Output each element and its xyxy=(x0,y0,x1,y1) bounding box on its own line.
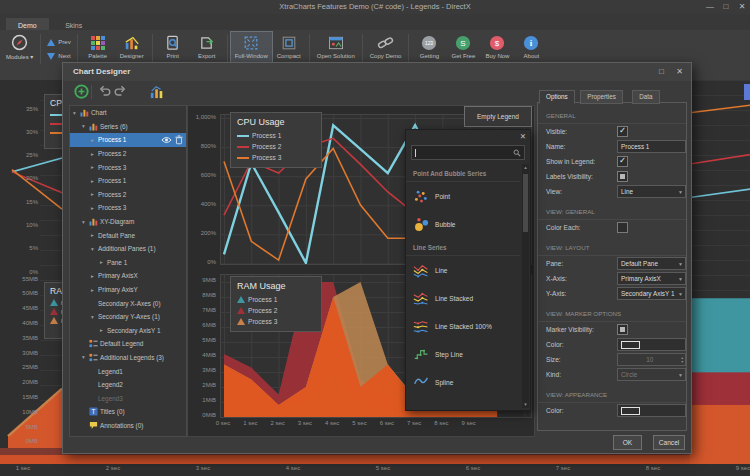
expand-icon[interactable]: ▸ xyxy=(91,232,98,238)
tree-item-process-1[interactable]: ▸Process 1 xyxy=(70,133,186,147)
y-axis-select[interactable]: Secondary AxisY 1▼ xyxy=(617,287,686,300)
chart-type-button[interactable] xyxy=(149,84,165,99)
ribbon-button-palette[interactable]: Palette xyxy=(81,32,115,66)
collapse-icon[interactable]: ▾ xyxy=(82,219,89,225)
tree-item-additional-panes-1[interactable]: ▾Additional Panes (1) xyxy=(70,242,186,256)
collapse-icon[interactable]: ▾ xyxy=(73,110,80,116)
tree-item-process-3[interactable]: ▸Process 3 xyxy=(70,201,186,215)
tree-item-annotations-0[interactable]: Annotations (0) xyxy=(70,419,186,433)
tree-item-primary-axisy[interactable]: ▸Primary AxisY xyxy=(70,283,186,297)
scroll-up-icon[interactable]: ▲ xyxy=(522,165,529,170)
expand-icon[interactable]: ▸ xyxy=(91,137,98,143)
ribbon-button-next[interactable]: Next xyxy=(44,49,73,63)
color-each-checkbox[interactable] xyxy=(617,222,628,233)
popup-close-icon[interactable]: ✕ xyxy=(520,132,526,141)
series-type-point[interactable]: Point xyxy=(406,182,520,210)
popup-scrollbar[interactable]: ▲ ▼ xyxy=(522,164,529,408)
ribbon-button-prev[interactable]: Prev xyxy=(44,35,73,49)
tree-item-process-2[interactable]: ▸Process 2 xyxy=(70,188,186,202)
collapse-icon[interactable]: ▾ xyxy=(82,354,89,360)
expand-icon[interactable]: ▸ xyxy=(100,327,107,333)
empty-legend-button[interactable]: Empty Legend xyxy=(464,106,532,127)
tree-item-xy-diagram[interactable]: ▾XY-Diagram xyxy=(70,215,186,229)
view-select[interactable]: Line▼ xyxy=(617,185,686,198)
visible-checkbox[interactable] xyxy=(617,126,628,137)
tree-item-process-2[interactable]: ▸Process 2 xyxy=(70,147,186,161)
tree-item-process-3[interactable]: ▸Process 3 xyxy=(70,160,186,174)
expand-icon[interactable]: ▸ xyxy=(91,273,98,279)
ribbon-button-export[interactable]: Export xyxy=(190,32,224,66)
ribbon-button-copy-demo[interactable]: Copy Demo xyxy=(366,32,406,66)
tree-item-default-legend[interactable]: Default Legend xyxy=(70,337,186,351)
tree-item-titles-0[interactable]: TTitles (0) xyxy=(70,405,186,419)
popup-search-input[interactable] xyxy=(411,145,525,160)
cpu-usage-legend[interactable]: CPU Usage Process 1Process 2Process 3 xyxy=(230,112,322,168)
tab-properties[interactable]: Properties xyxy=(580,90,623,104)
ribbon-button-get-free[interactable]: SGet Free xyxy=(446,32,480,66)
ribbon-button-modules[interactable]: Modules ▾ xyxy=(2,32,37,66)
ribbon-button-full-window[interactable]: Full-Window xyxy=(231,32,272,66)
ribbon-button-open-solution[interactable]: Open Solution xyxy=(313,32,359,66)
ram-usage-legend[interactable]: RAM Usage Process 1Process 2Process 3 xyxy=(230,276,322,332)
tree-item-default-pane[interactable]: ▸Default Pane xyxy=(70,228,186,242)
dialog-maximize-icon[interactable]: □ xyxy=(654,65,669,79)
series-type-step-line[interactable]: Step Line xyxy=(406,340,520,368)
window-close-icon[interactable]: ✕ xyxy=(734,0,750,14)
scroll-down-icon[interactable]: ▼ xyxy=(522,402,529,407)
tree-item-secondary-axisy-1[interactable]: ▸Secondary AxisY 1 xyxy=(70,324,186,338)
name-input[interactable]: Process 1 xyxy=(617,140,686,153)
collapse-icon[interactable]: ▾ xyxy=(91,246,98,252)
collapse-icon[interactable]: ▾ xyxy=(82,123,89,129)
eye-icon[interactable] xyxy=(161,136,172,144)
tree-item-secondary-x-axes-0[interactable]: Secondary X-Axes (0) xyxy=(70,296,186,310)
ribbon-button-compact[interactable]: Compact xyxy=(272,32,306,66)
scroll-thumb[interactable] xyxy=(523,174,528,232)
window-maximize-icon[interactable]: □ xyxy=(718,0,734,14)
expand-icon[interactable]: ▸ xyxy=(91,164,98,170)
tree-item-process-1[interactable]: ▸Process 1 xyxy=(70,174,186,188)
ribbon-button-about[interactable]: iAbout xyxy=(514,32,548,66)
dialog-titlebar[interactable]: Chart Designer □ ✕ xyxy=(63,63,691,81)
add-item-button[interactable] xyxy=(74,84,89,99)
expand-icon[interactable]: ▸ xyxy=(91,287,98,293)
expand-icon[interactable]: ▸ xyxy=(100,259,107,265)
pane-select[interactable]: Default Pane▼ xyxy=(617,257,686,270)
color-color-picker[interactable] xyxy=(617,338,686,351)
x-axis-select[interactable]: Primary AxisX▼ xyxy=(617,272,686,285)
expand-icon[interactable]: ▸ xyxy=(91,151,98,157)
expand-icon[interactable]: ▸ xyxy=(91,178,98,184)
tree-item-additional-legends-3[interactable]: ▾Additional Legends (3) xyxy=(70,351,186,365)
ribbon-button-print[interactable]: Print xyxy=(156,32,190,66)
series-type-line-stacked[interactable]: Line Stacked xyxy=(406,284,520,312)
tree-item-legend2[interactable]: Legend2 xyxy=(70,378,186,392)
color-color-picker[interactable] xyxy=(617,404,686,417)
series-type-bubble[interactable]: Bubble xyxy=(406,210,520,238)
undo-button[interactable] xyxy=(97,84,112,97)
ribbon-button-designer[interactable]: Designer xyxy=(115,32,149,66)
dialog-close-icon[interactable]: ✕ xyxy=(672,65,687,79)
window-minimize-icon[interactable]: — xyxy=(702,0,718,14)
series-type-line-stacked-100[interactable]: Line Stacked 100% xyxy=(406,312,520,340)
tab-options[interactable]: Options xyxy=(539,90,575,104)
labels-visibility-checkbox[interactable] xyxy=(617,171,628,182)
trash-icon[interactable] xyxy=(175,135,183,145)
expand-icon[interactable]: ▸ xyxy=(91,191,98,197)
tree-item-series-6[interactable]: ▾Series (6) xyxy=(70,120,186,134)
redo-button[interactable] xyxy=(113,84,128,97)
cancel-button[interactable]: Cancel xyxy=(653,435,685,450)
tree-item-secondary-y-axes-1[interactable]: ▾Secondary Y-Axes (1) xyxy=(70,310,186,324)
series-type-spline[interactable]: Spline xyxy=(406,368,520,396)
expand-icon[interactable]: ▸ xyxy=(91,205,98,211)
ribbon-button-getting[interactable]: 123Getting xyxy=(412,32,446,66)
tab-data[interactable]: Data xyxy=(632,90,659,104)
tree-item-legend1[interactable]: Legend1 xyxy=(70,364,186,378)
series-type-line[interactable]: Line xyxy=(406,256,520,284)
ok-button[interactable]: OK xyxy=(613,435,642,450)
collapse-icon[interactable]: ▾ xyxy=(91,314,98,320)
tree-item-primary-axisx[interactable]: ▸Primary AxisX xyxy=(70,269,186,283)
show-in-legend-checkbox[interactable] xyxy=(617,156,628,167)
ribbon-button-buy-now[interactable]: $Buy Now xyxy=(480,32,514,66)
tree-item-pane-1[interactable]: ▸Pane 1 xyxy=(70,256,186,270)
tree-item-chart[interactable]: ▾Chart xyxy=(70,106,186,120)
tree-item-legend3[interactable]: Legend3 xyxy=(70,391,186,405)
